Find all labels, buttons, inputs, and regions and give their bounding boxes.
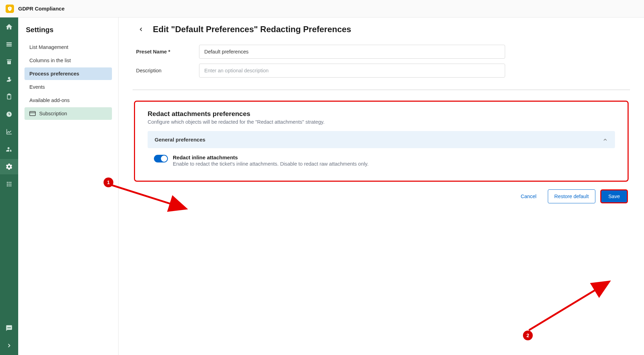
apps-icon[interactable] xyxy=(5,180,13,188)
section-title: Redact attachments preferences xyxy=(148,110,615,118)
home-icon[interactable] xyxy=(5,23,13,31)
settings-sidebar: Settings List Management Columns in the … xyxy=(18,17,119,355)
page-title: Edit "Default Preferences" Redacting Pre… xyxy=(153,24,351,34)
toggle-desc: Enable to redact the ticket's inline att… xyxy=(173,161,368,167)
svg-rect-12 xyxy=(30,111,36,116)
svg-point-3 xyxy=(7,182,8,183)
accordion-title: General preferences xyxy=(155,137,205,143)
cancel-button[interactable]: Cancel xyxy=(514,189,543,203)
svg-point-10 xyxy=(8,185,9,186)
toggle-knob xyxy=(161,155,167,162)
chevron-left-icon xyxy=(138,26,144,32)
description-input[interactable] xyxy=(199,64,505,78)
main-content: Edit "Default Preferences" Redacting Pre… xyxy=(119,17,644,355)
nav-list-management[interactable]: List Management xyxy=(24,41,112,53)
nav-subscription-label: Subscription xyxy=(39,111,67,116)
back-button[interactable] xyxy=(136,24,146,34)
svg-point-6 xyxy=(7,183,8,184)
nav-columns[interactable]: Columns in the list xyxy=(24,54,112,67)
top-bar: GDPR Compliance xyxy=(0,0,644,17)
nav-process-preferences[interactable]: Process preferences xyxy=(24,67,112,80)
svg-point-4 xyxy=(8,182,9,183)
list-icon[interactable] xyxy=(5,41,13,48)
svg-point-8 xyxy=(10,183,11,184)
general-preferences-accordion[interactable]: General preferences xyxy=(148,131,615,148)
person-off-icon[interactable] xyxy=(5,75,13,83)
svg-point-5 xyxy=(10,182,11,183)
clock-icon[interactable] xyxy=(5,110,13,118)
svg-point-11 xyxy=(10,185,11,186)
nav-subscription[interactable]: Subscription xyxy=(24,107,112,120)
annotation-badge-1: 1 xyxy=(104,178,113,187)
preset-name-input[interactable] xyxy=(199,45,505,59)
toggle-label: Redact inline attachments xyxy=(173,154,368,160)
description-label: Description xyxy=(136,68,199,73)
preset-name-label: Preset Name * xyxy=(136,49,199,55)
left-rail xyxy=(0,17,18,355)
chat-icon[interactable] xyxy=(5,324,13,332)
redact-inline-toggle[interactable] xyxy=(154,155,168,162)
app-title: GDPR Compliance xyxy=(18,6,65,12)
credit-card-icon xyxy=(29,111,36,116)
archive-icon[interactable] xyxy=(5,58,13,66)
settings-icon[interactable] xyxy=(0,159,18,174)
save-button[interactable]: Save xyxy=(600,189,628,203)
nav-addons[interactable]: Available add-ons xyxy=(24,94,112,107)
svg-point-9 xyxy=(7,185,8,186)
restore-default-button[interactable]: Restore default xyxy=(548,189,595,203)
person-lock-icon[interactable] xyxy=(5,145,13,153)
chart-icon[interactable] xyxy=(5,128,13,136)
clipboard-icon[interactable] xyxy=(5,93,13,101)
nav-events[interactable]: Events xyxy=(24,81,112,93)
expand-icon[interactable] xyxy=(5,342,13,349)
svg-point-7 xyxy=(8,183,9,184)
settings-title: Settings xyxy=(24,26,112,34)
annotation-badge-2: 2 xyxy=(523,331,533,340)
chevron-up-icon xyxy=(602,137,608,143)
app-logo-icon xyxy=(6,5,14,13)
redact-preferences-section: Redact attachments preferences Configure… xyxy=(134,101,629,182)
section-desc: Configure which objects will be redacted… xyxy=(148,119,615,125)
